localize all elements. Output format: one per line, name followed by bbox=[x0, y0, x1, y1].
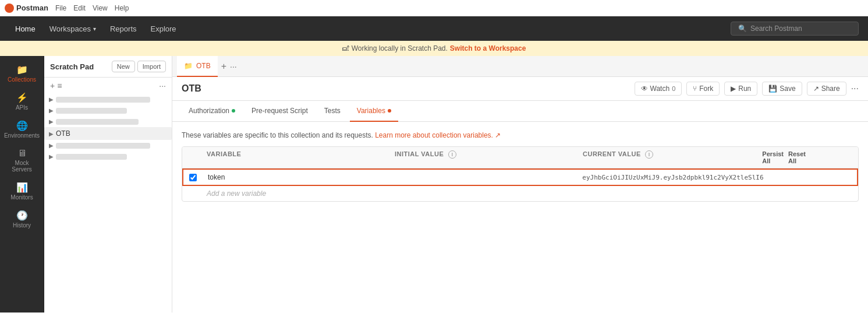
save-icon: 💾 bbox=[768, 85, 777, 93]
share-icon: ↗ bbox=[813, 85, 819, 93]
variables-dot bbox=[388, 109, 391, 113]
menu-file[interactable]: File bbox=[55, 4, 66, 12]
authorization-label: Authorization bbox=[189, 107, 229, 115]
learn-more-link[interactable]: Learn more about collection variables. ↗ bbox=[375, 131, 501, 139]
app-logo-icon bbox=[5, 3, 14, 13]
tree-item-otb[interactable]: ▶ OTB bbox=[44, 127, 172, 140]
sidebar-item-mock-servers[interactable]: 🖥 Mock Servers bbox=[2, 145, 42, 176]
menu-edit[interactable]: Edit bbox=[73, 4, 86, 12]
monitors-icon: 📊 bbox=[16, 182, 28, 193]
row-variable[interactable]: token bbox=[202, 170, 389, 185]
nav-reports[interactable]: Reports bbox=[104, 22, 143, 36]
add-tab-button[interactable]: + bbox=[218, 61, 230, 72]
row-current-value[interactable]: eyJhbGciOiJIUzUxMiJ9.eyJsb2dpbkl91c2VyX2… bbox=[576, 170, 764, 185]
th-variable: VARIABLE bbox=[201, 147, 389, 168]
search-input[interactable] bbox=[750, 24, 851, 33]
tree-item-2[interactable]: ▶ bbox=[44, 105, 172, 116]
sub-tab-tests[interactable]: Tests bbox=[317, 101, 348, 122]
panel-header: Scratch Pad New Import bbox=[44, 56, 172, 78]
menu-view[interactable]: View bbox=[93, 4, 108, 12]
tab-otb[interactable]: 📁 OTB bbox=[177, 56, 218, 77]
sidebar-item-collections[interactable]: 📁 Collections bbox=[2, 61, 42, 86]
tests-label: Tests bbox=[324, 107, 341, 115]
nav-workspaces[interactable]: Workspaces ▾ bbox=[44, 22, 102, 36]
tree-item-5[interactable]: ▶ bbox=[44, 151, 172, 162]
tree-item-label-5 bbox=[56, 154, 127, 160]
tree-item-label-otb: OTB bbox=[56, 129, 70, 138]
history-icon: 🕐 bbox=[16, 210, 28, 221]
chevron-right-icon-otb: ▶ bbox=[49, 131, 54, 137]
menu-items: File Edit View Help bbox=[55, 4, 129, 12]
watch-button[interactable]: 👁 Watch 0 bbox=[635, 82, 682, 96]
tree-item-4[interactable]: ▶ bbox=[44, 140, 172, 151]
nav-explore[interactable]: Explore bbox=[145, 22, 182, 36]
tree-item-1[interactable]: ▶ bbox=[44, 94, 172, 105]
header-actions: 👁 Watch 0 ⑂ Fork ▶ Run 💾 Save ↗ bbox=[635, 82, 859, 96]
panel-title: Scratch Pad bbox=[50, 62, 94, 71]
variables-table: VARIABLE INITIAL VALUE i CURRENT VALUE i… bbox=[182, 146, 859, 202]
chevron-right-icon-5: ▶ bbox=[49, 153, 54, 160]
banner-link[interactable]: Switch to a Workspace bbox=[450, 44, 526, 52]
sidebar-item-apis[interactable]: ⚡ APIs bbox=[2, 89, 42, 114]
sub-tab-pre-request[interactable]: Pre-request Script bbox=[245, 101, 315, 122]
fork-button[interactable]: ⑂ Fork bbox=[686, 82, 720, 96]
row-initial-value[interactable] bbox=[389, 170, 577, 185]
row-actions bbox=[764, 170, 810, 185]
sidebar-item-environments[interactable]: 🌐 Environments bbox=[2, 117, 42, 142]
initial-value-info-icon[interactable]: i bbox=[448, 150, 456, 159]
reset-all-button[interactable]: Reset All bbox=[788, 150, 806, 164]
panel-actions: New Import bbox=[112, 61, 166, 72]
variables-description: These variables are specific to this col… bbox=[182, 131, 859, 139]
import-button[interactable]: Import bbox=[137, 61, 166, 72]
sub-tab-variables[interactable]: Variables bbox=[350, 101, 398, 122]
th-actions: Persist All Reset All bbox=[765, 147, 812, 168]
authorization-dot bbox=[232, 109, 235, 113]
svg-point-0 bbox=[6, 5, 13, 12]
nav-home[interactable]: Home bbox=[9, 22, 41, 36]
row-checkbox-cell[interactable] bbox=[183, 170, 202, 185]
add-row-checkbox bbox=[182, 186, 201, 201]
sidebar-label-environments: Environments bbox=[4, 132, 40, 139]
header-more-button[interactable]: ··· bbox=[851, 83, 859, 94]
eye-icon: 👁 bbox=[641, 85, 648, 93]
row-checkbox[interactable] bbox=[189, 174, 197, 181]
sidebar-item-monitors[interactable]: 📊 Monitors bbox=[2, 178, 42, 204]
search-bar[interactable]: 🔍 bbox=[731, 22, 859, 36]
persist-all-button[interactable]: Persist All bbox=[762, 150, 784, 164]
app-logo: Postman bbox=[5, 3, 48, 13]
current-value-info-icon[interactable]: i bbox=[645, 150, 653, 159]
th-current-value: CURRENT VALUE i bbox=[577, 147, 765, 168]
tab-bar: 📁 OTB + ··· bbox=[172, 56, 868, 77]
menu-help[interactable]: Help bbox=[115, 4, 129, 12]
save-button[interactable]: 💾 Save bbox=[762, 82, 802, 96]
run-button[interactable]: ▶ Run bbox=[724, 82, 757, 96]
th-checkbox bbox=[182, 147, 201, 168]
chevron-right-icon-4: ▶ bbox=[49, 142, 54, 149]
sidebar-label-monitors: Monitors bbox=[10, 194, 33, 201]
add-variable-row[interactable]: Add a new variable bbox=[182, 186, 858, 201]
more-options-button[interactable]: ··· bbox=[158, 80, 167, 92]
collection-header: OTB 👁 Watch 0 ⑂ Fork ▶ Run 💾 Save bbox=[172, 77, 868, 101]
tab-icon: 📁 bbox=[184, 62, 193, 70]
collection-title: OTB bbox=[182, 83, 201, 94]
mock-servers-icon: 🖥 bbox=[17, 148, 27, 159]
new-button[interactable]: New bbox=[112, 61, 135, 72]
sub-tab-authorization[interactable]: Authorization bbox=[182, 101, 242, 122]
share-button[interactable]: ↗ Share bbox=[807, 82, 846, 96]
collections-icon: 📁 bbox=[16, 64, 28, 75]
sidebar-item-history[interactable]: 🕐 History bbox=[2, 206, 42, 232]
pre-request-label: Pre-request Script bbox=[251, 107, 308, 115]
search-icon: 🔍 bbox=[738, 24, 747, 33]
sidebar-label-mock-servers: Mock Servers bbox=[5, 160, 40, 173]
tree-item-label-3 bbox=[56, 119, 139, 125]
add-initial-value bbox=[389, 186, 577, 201]
filter-button[interactable]: ≡ bbox=[56, 80, 63, 92]
add-variable-input[interactable]: Add a new variable bbox=[201, 186, 389, 201]
tab-more-button[interactable]: ··· bbox=[230, 62, 237, 71]
table-row: token eyJhbGciOiJIUzUxMiJ9.eyJsb2dpbkl91… bbox=[182, 168, 858, 186]
add-collection-button[interactable]: + bbox=[49, 80, 56, 92]
tree-item-3[interactable]: ▶ bbox=[44, 116, 172, 127]
watch-count: 0 bbox=[672, 85, 675, 92]
menu-bar: Postman File Edit View Help bbox=[0, 0, 868, 16]
th-initial-value: INITIAL VALUE i bbox=[389, 147, 577, 168]
